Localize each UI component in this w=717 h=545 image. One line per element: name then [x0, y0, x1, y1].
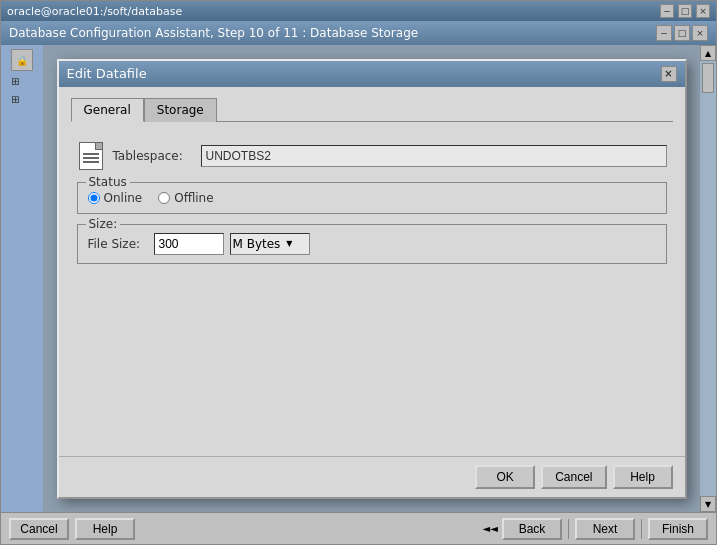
next-button[interactable]: Next [575, 518, 635, 540]
doc-icon [79, 142, 103, 170]
cancel-button[interactable]: Cancel [9, 518, 69, 540]
content-filler [77, 274, 667, 434]
tab-storage[interactable]: Storage [144, 98, 217, 122]
os-close-btn[interactable]: × [696, 4, 710, 18]
status-group: Status Online Offline [77, 182, 667, 214]
scroll-down-btn[interactable]: ▼ [700, 496, 716, 512]
app-titlebar-controls: − □ × [656, 25, 708, 41]
bottom-right-btns: ◄◄ Back Next Finish [483, 518, 708, 540]
tablespace-row: Tablespace: [77, 140, 667, 172]
app-maximize-btn[interactable]: □ [674, 25, 690, 41]
sidebar: 🔒 ⊞ ⊞ [1, 45, 43, 512]
os-maximize-btn[interactable]: □ [678, 4, 692, 18]
tablespace-label: Tablespace: [113, 149, 193, 163]
sidebar-icon-1[interactable]: 🔒 [11, 49, 33, 71]
nav-separator [568, 519, 569, 539]
edit-datafile-dialog: Edit Datafile × General Stor [57, 59, 687, 499]
os-minimize-btn[interactable]: − [660, 4, 674, 18]
dialog-titlebar: Edit Datafile × [59, 61, 685, 87]
offline-radio-item[interactable]: Offline [158, 191, 213, 205]
finish-button[interactable]: Finish [648, 518, 708, 540]
size-row: File Size: M Bytes ▼ [88, 231, 656, 255]
unit-dropdown[interactable]: M Bytes ▼ [230, 233, 310, 255]
file-size-label: File Size: [88, 237, 148, 251]
app-title: Database Configuration Assistant, Step 1… [9, 26, 418, 40]
scroll-up-btn[interactable]: ▲ [700, 45, 716, 61]
tree-node-1[interactable]: ⊞ [9, 73, 35, 89]
radio-row: Online Offline [88, 189, 656, 205]
app-titlebar: Database Configuration Assistant, Step 1… [1, 21, 716, 45]
dialog-content: General Storage [59, 87, 685, 456]
os-window: oracle@oracle01:/soft/database − □ × Dat… [0, 0, 717, 545]
modal-overlay: Edit Datafile × General Stor [43, 45, 700, 512]
unit-label: M Bytes [233, 237, 281, 251]
help-button[interactable]: Help [75, 518, 135, 540]
online-radio[interactable] [88, 192, 100, 204]
status-group-label: Status [86, 175, 130, 189]
datafile-icon [77, 140, 105, 172]
tab-bar: General Storage [71, 97, 673, 122]
online-label: Online [104, 191, 143, 205]
scrollbar: ▲ ▼ [700, 45, 716, 512]
bottom-left-btns: Cancel Help [9, 518, 135, 540]
online-radio-item[interactable]: Online [88, 191, 143, 205]
cancel-dialog-button[interactable]: Cancel [541, 465, 606, 489]
app-close-btn[interactable]: × [692, 25, 708, 41]
size-group: Size: File Size: M Bytes ▼ [77, 224, 667, 264]
help-dialog-button[interactable]: Help [613, 465, 673, 489]
dialog-buttons: OK Cancel Help [59, 456, 685, 497]
back-arrow-icon: ◄◄ [483, 523, 498, 534]
dialog-title: Edit Datafile [67, 66, 147, 81]
tab-general[interactable]: General [71, 98, 144, 122]
file-size-input[interactable] [154, 233, 224, 255]
app-window: Database Configuration Assistant, Step 1… [1, 21, 716, 544]
bottom-toolbar: Cancel Help ◄◄ Back Next Finish [1, 512, 716, 544]
os-titlebar: oracle@oracle01:/soft/database − □ × [1, 1, 716, 21]
os-titlebar-controls: − □ × [660, 4, 710, 18]
tree-node-2[interactable]: ⊞ [9, 91, 35, 107]
scrollbar-track[interactable] [701, 62, 715, 495]
tab-content-general: Tablespace: Status Online [71, 130, 673, 444]
app-minimize-btn[interactable]: − [656, 25, 672, 41]
dialog-close-btn[interactable]: × [661, 66, 677, 82]
offline-radio[interactable] [158, 192, 170, 204]
main-panel: Edit Datafile × General Stor [43, 45, 700, 512]
offline-label: Offline [174, 191, 213, 205]
os-title: oracle@oracle01:/soft/database [7, 5, 182, 18]
back-button[interactable]: Back [502, 518, 562, 540]
scrollbar-thumb[interactable] [702, 63, 714, 93]
ok-button[interactable]: OK [475, 465, 535, 489]
nav-separator-2 [641, 519, 642, 539]
app-content: 🔒 ⊞ ⊞ Edit Datafile × [1, 45, 716, 512]
size-group-label: Size: [86, 217, 121, 231]
dropdown-arrow-icon: ▼ [286, 239, 292, 248]
tablespace-input[interactable] [201, 145, 667, 167]
